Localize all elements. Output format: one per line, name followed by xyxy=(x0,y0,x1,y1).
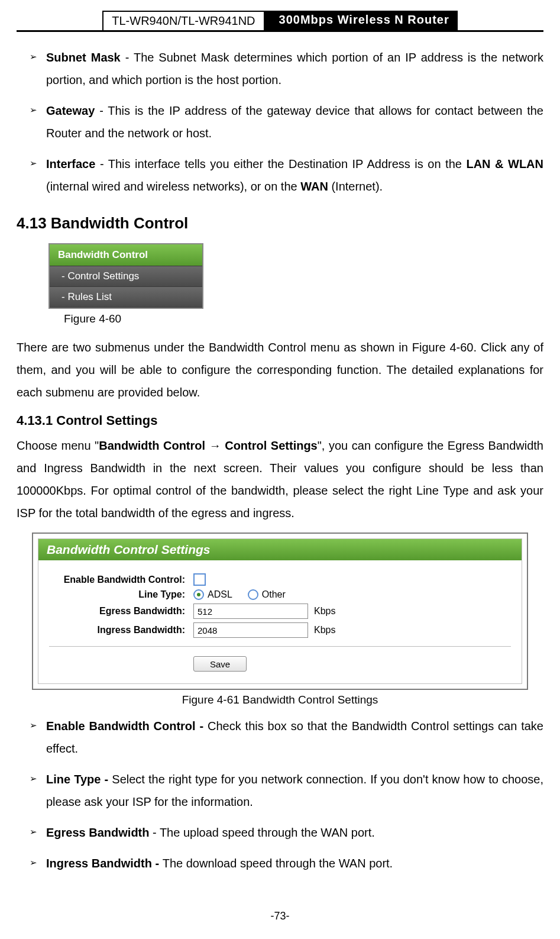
section-heading: 4.13 Bandwidth Control xyxy=(17,214,543,233)
term: Gateway xyxy=(46,104,95,117)
definition-text: Select the right type for you network co… xyxy=(46,773,543,808)
label-linetype: Line Type: xyxy=(49,589,193,600)
figure-caption: Figure 4-60 xyxy=(64,312,543,325)
page-header: TL-WR940N/TL-WR941ND 300Mbps Wireless N … xyxy=(17,11,543,32)
menu-header: Bandwidth Control xyxy=(50,244,202,266)
definition-text: (Internet). xyxy=(328,180,383,193)
ingress-input[interactable] xyxy=(193,622,308,638)
menu-screenshot: Bandwidth Control - Control Settings - R… xyxy=(48,243,203,309)
enable-checkbox[interactable] xyxy=(193,573,206,586)
header-product: 300Mbps Wireless N Router xyxy=(265,11,458,30)
definition-text: - The Subnet Mask determines which porti… xyxy=(46,51,543,86)
list-item: Gateway - This is the IP address of the … xyxy=(30,99,543,144)
list-item: Enable Bandwidth Control - Check this bo… xyxy=(30,715,543,760)
term: Line Type - xyxy=(46,773,112,786)
term-inline: LAN & WLAN xyxy=(466,157,543,170)
unit-label: Kbps xyxy=(314,606,335,617)
header-model: TL-WR940N/TL-WR941ND xyxy=(102,11,264,30)
field-row-ingress: Ingress Bandwidth: Kbps xyxy=(49,622,511,638)
panel-title: Bandwidth Control Settings xyxy=(38,539,522,560)
definition-text: (internal wired and wireless networks), … xyxy=(46,180,300,193)
egress-input[interactable] xyxy=(193,604,308,619)
list-item: Line Type - Select the right type for yo… xyxy=(30,768,543,813)
definition-list-bottom: Enable Bandwidth Control - Check this bo… xyxy=(17,715,543,875)
divider xyxy=(49,646,511,647)
list-item: Ingress Bandwidth - The download speed t… xyxy=(30,852,543,875)
term: Ingress Bandwidth - xyxy=(46,857,163,870)
menu-item: - Rules List xyxy=(50,287,202,308)
list-item: Egress Bandwidth - The upload speed thro… xyxy=(30,821,543,844)
definition-text: - This interface tells you either the De… xyxy=(95,157,466,170)
definition-text: - The upload speed through the WAN port. xyxy=(149,826,374,839)
label-ingress: Ingress Bandwidth: xyxy=(49,625,193,635)
field-row-linetype: Line Type: ADSL Other xyxy=(49,589,511,600)
paragraph: There are two submenus under the Bandwid… xyxy=(17,336,543,404)
definition-text: The download speed through the WAN port. xyxy=(163,857,393,870)
text: Choose menu " xyxy=(17,439,99,452)
term: Enable Bandwidth Control - xyxy=(46,719,208,733)
term: Egress Bandwidth xyxy=(46,826,149,839)
field-row-egress: Egress Bandwidth: Kbps xyxy=(49,604,511,619)
radio-adsl-label: ADSL xyxy=(208,589,232,600)
settings-panel-screenshot: Bandwidth Control Settings Enable Bandwi… xyxy=(32,533,528,690)
term-inline: WAN xyxy=(300,180,328,193)
subsection-heading: 4.13.1 Control Settings xyxy=(17,413,543,428)
radio-other-label: Other xyxy=(262,589,286,600)
radio-other[interactable] xyxy=(248,589,258,600)
label-egress: Egress Bandwidth: xyxy=(49,606,193,617)
definition-list-top: Subnet Mask - The Subnet Mask determines… xyxy=(17,46,543,198)
label-enable: Enable Bandwidth Control: xyxy=(49,575,193,585)
menu-item: - Control Settings xyxy=(50,266,202,287)
list-item: Subnet Mask - The Subnet Mask determines… xyxy=(30,46,543,91)
paragraph: Choose menu "Bandwidth Control → Control… xyxy=(17,434,543,524)
term: Interface xyxy=(46,157,95,170)
field-row-enable: Enable Bandwidth Control: xyxy=(49,573,511,586)
radio-adsl[interactable] xyxy=(193,589,204,600)
menu-path: Bandwidth Control → Control Settings xyxy=(99,439,318,452)
unit-label: Kbps xyxy=(314,625,335,635)
term: Subnet Mask xyxy=(46,51,121,64)
list-item: Interface - This interface tells you eit… xyxy=(30,153,543,198)
page-number: -73- xyxy=(17,910,543,922)
definition-text: - This is the IP address of the gateway … xyxy=(46,104,543,140)
save-button[interactable]: Save xyxy=(193,656,247,672)
figure-caption: Figure 4-61 Bandwidth Control Settings xyxy=(17,693,543,706)
